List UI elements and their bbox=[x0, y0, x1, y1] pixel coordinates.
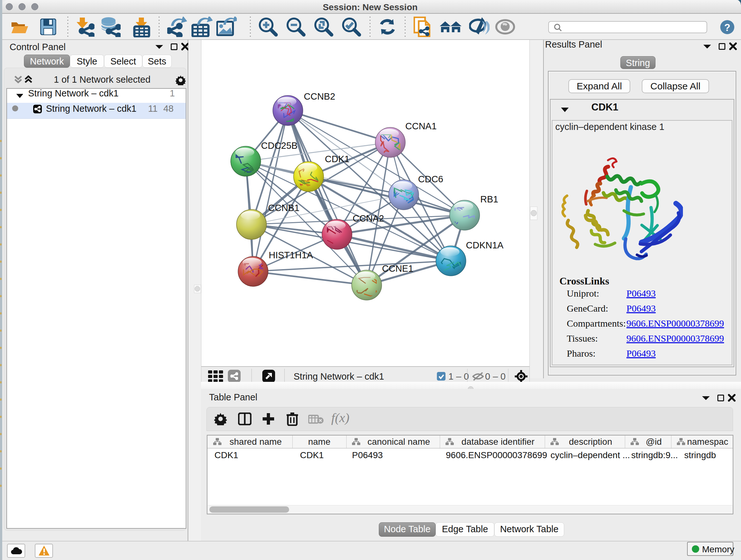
svg-text:CCNB2: CCNB2 bbox=[304, 91, 335, 102]
svg-text:CDC6: CDC6 bbox=[418, 174, 443, 184]
svg-text:CCNA1: CCNA1 bbox=[405, 121, 436, 131]
svg-text:RB1: RB1 bbox=[480, 194, 498, 204]
svg-text:CCNB1: CCNB1 bbox=[268, 203, 299, 213]
svg-text:CDK1: CDK1 bbox=[325, 154, 349, 164]
svg-text:CDC25B: CDC25B bbox=[261, 140, 297, 151]
svg-text:CDKN1A: CDKN1A bbox=[466, 240, 503, 250]
svg-text:CCNA2: CCNA2 bbox=[353, 213, 384, 224]
svg-text:HIST1H1A: HIST1H1A bbox=[269, 250, 313, 260]
svg-text:CCNE1: CCNE1 bbox=[382, 263, 413, 273]
